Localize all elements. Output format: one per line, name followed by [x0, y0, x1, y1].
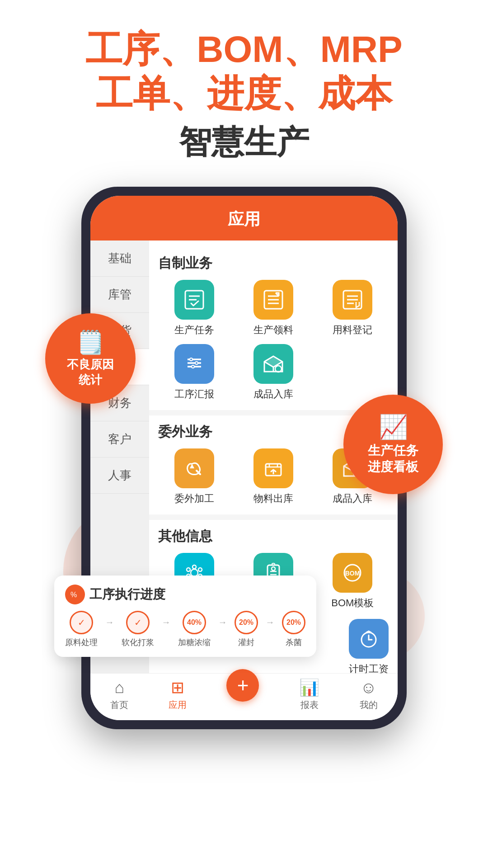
app-header-title: 应用	[228, 210, 260, 228]
icon-material-outbound[interactable]: 物料出库	[237, 448, 309, 505]
nav-plus[interactable]: +	[226, 678, 259, 711]
icon-bom-template[interactable]: BOM BOM模板	[317, 553, 389, 610]
progress-flow: ✓ 原料处理 → ✓ 软化打浆 → 40% 加糖浓缩 → 20% 灌封 → 20…	[65, 611, 305, 648]
flow-arrow-1: →	[103, 617, 116, 627]
icon-outsource-process[interactable]: 委外加工	[158, 448, 230, 505]
icon-finished-inbound1[interactable]: 成品入库	[237, 344, 309, 401]
icon-material-register[interactable]: 用料登记	[317, 280, 389, 337]
flow-step-2: ✓ 软化打浆	[122, 611, 154, 648]
finished-inbound2-label: 成品入库	[333, 492, 372, 505]
plus-icon[interactable]: +	[226, 669, 259, 702]
flow-arrow-4: →	[264, 617, 277, 627]
material-register-label: 用料登记	[333, 323, 372, 337]
flow-step-4: 20% 灌封	[235, 611, 258, 648]
outsource-process-label: 委外加工	[174, 492, 214, 505]
flow-step-5: 20% 杀菌	[282, 611, 305, 648]
flow-circle-5: 20%	[282, 611, 305, 634]
flow-label-4: 灌封	[238, 637, 254, 648]
icon-production-material[interactable]: 生产领料	[237, 280, 309, 337]
nav-apps-label: 应用	[169, 699, 187, 711]
svg-point-17	[192, 365, 194, 368]
icon-process-report[interactable]: 工序汇报	[158, 344, 230, 401]
flow-step-3: 40% 加糖浓缩	[178, 611, 211, 648]
flow-arrow-3: →	[216, 617, 229, 627]
nav-profile-label: 我的	[360, 699, 378, 711]
badge-right-text: 生产任务进度看板	[368, 443, 418, 476]
badge-right-icon: 📈	[379, 413, 408, 441]
flow-label-1: 原料处理	[65, 637, 98, 648]
selfmade-grid: 生产任务 生产领料 用料登记	[158, 280, 389, 401]
flow-label-5: 杀菌	[286, 637, 302, 648]
process-report-icon	[174, 344, 214, 384]
reports-icon: 📊	[299, 678, 319, 697]
flow-circle-1: ✓	[70, 611, 93, 634]
sidebar-item-kehu[interactable]: 客户	[90, 421, 149, 458]
flow-arrow-2: →	[160, 617, 173, 627]
nav-apps[interactable]: ⊞ 应用	[169, 678, 187, 711]
icon-production-task[interactable]: 生产任务	[158, 280, 230, 337]
progress-card: % 工序执行进度 ✓ 原料处理 → ✓ 软化打浆 → 40% 加糖浓缩 → 20…	[54, 576, 316, 657]
nav-profile[interactable]: ☺ 我的	[360, 678, 378, 711]
badge-left-text: 不良原因统计	[67, 357, 114, 388]
bottom-navigation: ⌂ 首页 ⊞ 应用 + 📊 报表 ☺ 我的	[90, 673, 398, 720]
section-title-selfmade: 自制业务	[158, 254, 389, 273]
flow-step-1: ✓ 原料处理	[65, 611, 98, 648]
nav-reports-label: 报表	[300, 699, 319, 711]
flow-circle-3: 40%	[183, 611, 206, 634]
svg-point-37	[198, 568, 202, 571]
hero-section: 工序、BOM、MRP 工单、进度、成本 智慧生产	[0, 0, 488, 178]
hero-title-line2: 工单、进度、成本	[0, 71, 488, 116]
hero-title-line1: 工序、BOM、MRP	[0, 27, 488, 71]
badge-defect-stats[interactable]: 🗒️ 不良原因统计	[45, 313, 136, 404]
svg-text:BOM: BOM	[345, 570, 360, 577]
hero-title-line3: 智慧生产	[0, 121, 488, 164]
svg-point-36	[187, 568, 190, 571]
app-header: 应用	[90, 196, 398, 241]
apps-icon: ⊞	[171, 678, 184, 697]
bom-template-label: BOM模板	[331, 596, 374, 610]
progress-card-title: 工序执行进度	[89, 586, 165, 603]
bom-template-icon: BOM	[333, 553, 372, 593]
phone-mockup: 🗒️ 不良原因统计 📈 生产任务进度看板 应用 基础 库管 销货 生产 财务	[81, 187, 407, 729]
flow-label-3: 加糖浓缩	[178, 637, 211, 648]
material-register-icon	[333, 280, 372, 320]
material-outbound-label: 物料出库	[253, 492, 293, 505]
sidebar-item-renshi[interactable]: 人事	[90, 458, 149, 494]
svg-point-34	[192, 565, 196, 569]
production-material-icon	[253, 280, 293, 320]
svg-point-15	[190, 358, 192, 361]
divider2	[149, 514, 398, 520]
nav-home-label: 首页	[110, 699, 128, 711]
time-wage-icon	[349, 619, 389, 659]
production-task-icon	[174, 280, 214, 320]
svg-point-16	[195, 362, 198, 364]
svg-text:%: %	[70, 591, 77, 599]
progress-card-icon: %	[65, 585, 85, 604]
finished-inbound1-label: 成品入库	[253, 387, 293, 401]
production-material-label: 生产领料	[253, 323, 293, 337]
flow-circle-4: 20%	[235, 611, 258, 634]
svg-point-43	[272, 567, 275, 571]
sidebar-item-kuguan[interactable]: 库管	[90, 277, 149, 313]
icon-time-wage[interactable]: 计时工资	[349, 619, 389, 673]
badge-production-board[interactable]: 📈 生产任务进度看板	[343, 395, 443, 494]
sidebar-item-jichu[interactable]: 基础	[90, 241, 149, 277]
nav-home[interactable]: ⌂ 首页	[110, 678, 128, 711]
badge-left-icon: 🗒️	[76, 329, 104, 355]
process-report-label: 工序汇报	[174, 387, 214, 401]
outsource-process-icon	[174, 448, 214, 488]
finished-inbound1-icon	[253, 344, 293, 384]
profile-icon: ☺	[360, 678, 377, 697]
flow-label-2: 软化打浆	[122, 637, 154, 648]
time-wage-label: 计时工资	[349, 662, 389, 673]
home-icon: ⌂	[114, 678, 124, 697]
material-outbound-icon	[253, 448, 293, 488]
progress-card-header: % 工序执行进度	[65, 585, 305, 604]
section-title-other: 其他信息	[158, 527, 389, 546]
flow-circle-2: ✓	[126, 611, 150, 634]
production-task-label: 生产任务	[174, 323, 214, 337]
nav-reports[interactable]: 📊 报表	[299, 678, 319, 711]
